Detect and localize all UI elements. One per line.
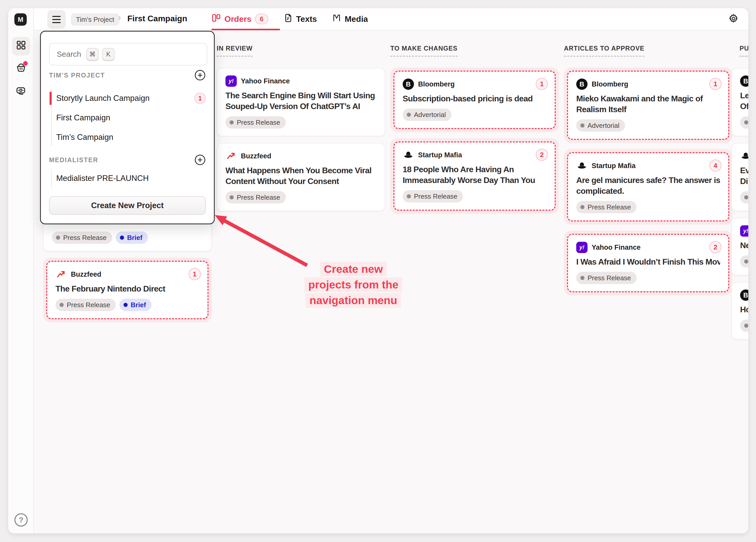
bloomberg-icon: B: [740, 75, 748, 87]
tag-pill: Press Release: [225, 191, 286, 204]
notification-dot: [23, 61, 28, 66]
help-icon[interactable]: ?: [14, 513, 28, 527]
order-card[interactable]: y!Yahoo FinanceThe Search Engine Bing Wi…: [217, 68, 385, 136]
nav-campaign-item[interactable]: Storytly Launch Campaign: [56, 89, 150, 108]
nav-campaign-item[interactable]: Medialister PRE-LAUNCH: [56, 169, 149, 188]
startup-mafia-hat-icon: [403, 149, 414, 161]
breadcrumb-project[interactable]: Tim’s Project: [71, 13, 119, 26]
board-column: IN REVIEWy!Yahoo FinanceThe Search Engin…: [217, 30, 385, 211]
order-card[interactable]: BuzzfeedWhat Happens When You Become Vir…: [217, 143, 385, 211]
document-icon: [284, 14, 292, 24]
media-m-icon: [332, 14, 341, 24]
card-title: The Search Engine Bing Will Start Using …: [225, 90, 376, 112]
nav-menu-button[interactable]: [47, 10, 66, 29]
nav-campaign-item[interactable]: Tim’s Campaign: [56, 128, 113, 147]
order-card[interactable]: BLeOf: [731, 68, 748, 136]
order-card[interactable]: y!Yahoo Finance2I Was Afraid I Wouldn’t …: [567, 234, 729, 292]
k-keycap: K: [102, 48, 115, 60]
card-title: Ho: [740, 304, 748, 315]
needs-changes-highlight: y!Yahoo Finance2I Was Afraid I Wouldn’t …: [564, 231, 732, 295]
settings-button[interactable]: [726, 12, 741, 27]
tag-pill: Press Release: [576, 272, 637, 284]
search-input[interactable]: Search ⌘ K: [49, 43, 207, 65]
outlet-name: Yahoo Finance: [241, 77, 290, 85]
board-column: TO MAKE CHANGESBBloomberg1Subscription-b…: [390, 30, 559, 214]
order-card[interactable]: BHo: [731, 282, 748, 339]
needs-changes-highlight: BBloomberg1Subscription-based pricing is…: [390, 68, 559, 132]
sidebar-item-payments[interactable]: [12, 82, 30, 101]
order-card[interactable]: EvDi: [731, 143, 748, 211]
order-card[interactable]: y!Ne: [731, 218, 748, 275]
card-title: I Was Afraid I Wouldn’t Finish This Movi…: [576, 257, 720, 267]
tag-pill: Advertorial: [403, 109, 451, 121]
column-header: IN REVIEW: [217, 45, 253, 57]
create-new-project-button[interactable]: Create New Project: [49, 196, 206, 215]
tab-orders[interactable]: Orders 6: [212, 13, 268, 25]
needs-changes-highlight: Buzzfeed1The February Nintendo DirectPre…: [43, 258, 212, 322]
tab-media[interactable]: Media: [332, 14, 368, 24]
revision-count-badge: 2: [709, 241, 722, 253]
plus-circle-icon: [194, 158, 206, 167]
card-title: Subscription-based pricing is dead: [403, 93, 546, 104]
tag-pill: Press Release: [576, 201, 637, 213]
order-card[interactable]: BBloomberg1Subscription-based pricing is…: [393, 71, 556, 129]
order-card[interactable]: Startup Mafia4Are gel manicures safe? Th…: [567, 152, 729, 222]
dashboard-grid-icon: [16, 40, 26, 52]
board-column: PUBLeOfEvDiy!NeBHo: [731, 30, 748, 339]
yahoo-finance-icon: y!: [740, 225, 748, 237]
outlet-name: Startup Mafia: [418, 151, 462, 159]
card-title: Ne: [740, 240, 748, 251]
bloomberg-icon: B: [403, 79, 414, 90]
tag-pill: Advertorial: [576, 119, 625, 132]
tag-pill: [740, 191, 748, 204]
yahoo-finance-icon: y!: [576, 242, 588, 253]
order-card[interactable]: Buzzfeed1The February Nintendo DirectPre…: [46, 261, 209, 319]
order-card[interactable]: BBloomberg1Mieko Kawakami and the Magic …: [567, 71, 729, 140]
startup-mafia-hat-icon: [576, 160, 588, 172]
tag-pill: Press Release: [55, 299, 116, 311]
add-campaign-button[interactable]: [194, 70, 206, 81]
revision-count-badge: 1: [188, 268, 201, 280]
tag-pill: [740, 319, 748, 332]
add-campaign-button[interactable]: [194, 154, 206, 166]
board-column: ARTICLES TO APPROVEBBloomberg1Mieko Kawa…: [564, 30, 732, 295]
tag-pill: [740, 256, 748, 268]
sidebar-item-orders[interactable]: [12, 60, 30, 78]
card-title: EvDi: [740, 165, 748, 187]
tag-pill: Press Release: [403, 190, 463, 203]
cash-icon: [15, 85, 27, 98]
gear-icon: [728, 13, 739, 26]
nav-item-badge: 1: [194, 93, 206, 104]
topbar: Tim’s Project › First Campaign Orders 6: [34, 8, 748, 30]
page-title: First Campaign: [127, 14, 187, 23]
plus-circle-icon: [194, 73, 206, 83]
order-card[interactable]: Startup Mafia218 People Who Are Having A…: [393, 141, 556, 211]
needs-changes-highlight: Startup Mafia4Are gel manicures safe? Th…: [564, 149, 732, 225]
tab-label: Orders: [224, 14, 251, 24]
tab-label: Media: [345, 14, 368, 24]
nav-campaign-item[interactable]: First Campaign: [56, 109, 110, 127]
app-logo: M: [14, 13, 27, 26]
outlet-name: Startup Mafia: [592, 162, 636, 170]
yahoo-finance-icon: y!: [225, 75, 237, 87]
tab-label: Texts: [296, 14, 317, 24]
card-title: The February Nintendo Direct: [55, 283, 199, 294]
column-header: PU: [740, 45, 748, 57]
card-title: Are gel manicures safe? The answer iscom…: [576, 175, 720, 196]
card-title: What Happens When You Become ViralConten…: [225, 165, 376, 187]
sidebar-item-dashboard[interactable]: [12, 37, 30, 55]
bloomberg-icon: B: [740, 289, 748, 301]
startup-mafia-hat-icon: [740, 150, 748, 162]
revision-count-badge: 4: [709, 159, 722, 172]
kanban-icon: [212, 13, 221, 25]
tab-texts[interactable]: Texts: [284, 14, 317, 24]
cmd-keycap: ⌘: [86, 48, 99, 60]
breadcrumb-separator: ›: [118, 12, 121, 22]
nav-section-title: TIM’S PROJECT: [49, 72, 105, 79]
orders-count-badge: 6: [255, 14, 268, 24]
annotation-text: Create newprojects from thenavigation me…: [288, 262, 419, 309]
revision-count-badge: 1: [709, 78, 722, 90]
nav-indent-guide: [51, 169, 52, 188]
tag-pill: Press Release: [225, 116, 286, 129]
tag-pill: Press Release: [52, 232, 112, 244]
